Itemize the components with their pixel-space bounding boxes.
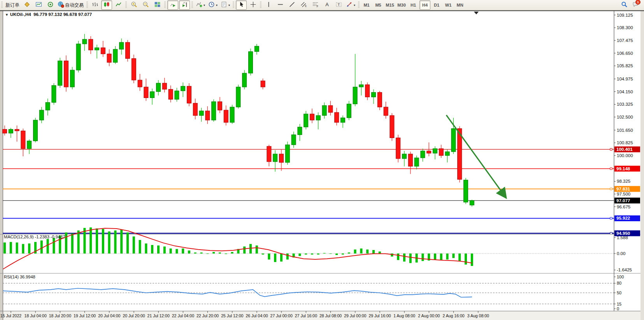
time-label: 15 Jul 2022 xyxy=(0,313,21,318)
arrows-button[interactable]: ▾ xyxy=(345,0,356,10)
tf-w1-button[interactable]: W1 xyxy=(443,0,454,10)
autotrading-button[interactable]: 自动交易 xyxy=(56,0,85,10)
tf-m15-button[interactable]: M15 xyxy=(384,0,395,10)
equidistant-channel-button[interactable]: E xyxy=(298,0,309,10)
dropdown-caret-icon[interactable]: ▾ xyxy=(354,3,355,7)
metaeditor-button[interactable] xyxy=(21,0,32,10)
tf-m1-button[interactable]: M1 xyxy=(361,0,372,10)
time-label: 26 Jul 04:00 xyxy=(246,313,268,318)
candle-body xyxy=(175,91,179,100)
indicators-icon xyxy=(196,1,202,9)
candle-body xyxy=(291,135,296,145)
toolbar-group-grip[interactable] xyxy=(233,2,234,9)
line-handle[interactable] xyxy=(610,217,612,219)
candle-body xyxy=(464,180,468,202)
market-watch-icon xyxy=(35,1,42,9)
bar-chart-button[interactable] xyxy=(89,0,100,10)
collapse-arrow-icon[interactable]: ▼ xyxy=(5,13,9,17)
macd-bar xyxy=(409,254,412,263)
toolbar-group-grip[interactable] xyxy=(191,2,193,9)
tf-m5-button[interactable]: M5 xyxy=(373,0,384,10)
line-handle[interactable] xyxy=(610,188,612,190)
macd-bar xyxy=(335,254,338,255)
macd-bar xyxy=(342,254,344,255)
macd-bar xyxy=(446,254,449,259)
macd-bar xyxy=(206,254,209,254)
tf-h1-button[interactable]: H1 xyxy=(408,0,419,10)
candlestick-chart-button[interactable] xyxy=(101,0,112,10)
candle-body xyxy=(421,151,425,158)
toolbar-group-grip[interactable] xyxy=(358,2,360,9)
macd-bar xyxy=(139,240,141,254)
macd-bar xyxy=(348,252,350,254)
indicators-button[interactable]: ▾ xyxy=(195,0,206,10)
candle-body xyxy=(218,101,222,110)
macd-bar xyxy=(10,242,12,254)
zoom-out-icon xyxy=(142,1,149,9)
dropdown-caret-icon[interactable]: ▾ xyxy=(228,3,230,7)
line-handle[interactable] xyxy=(610,149,612,150)
tile-windows-button[interactable] xyxy=(152,0,163,10)
tf-h4-button[interactable]: H4 xyxy=(419,0,430,10)
crosshair-button[interactable] xyxy=(247,0,258,10)
line-chart-button[interactable] xyxy=(113,0,124,10)
macd-bar xyxy=(102,229,104,254)
text-button[interactable]: A xyxy=(321,0,332,10)
macd-bar xyxy=(421,254,424,261)
candle-body xyxy=(52,86,56,103)
candle-body xyxy=(205,111,210,120)
tf-d1-button[interactable]: D1 xyxy=(431,0,442,10)
macd-bar xyxy=(126,233,129,254)
horizontal-line-button[interactable] xyxy=(275,0,286,10)
line-handle[interactable] xyxy=(610,168,612,170)
candle-body xyxy=(273,154,277,162)
vertical-line-button[interactable] xyxy=(263,0,274,10)
dropdown-caret-icon[interactable]: ▾ xyxy=(204,3,205,7)
navigator-icon xyxy=(47,1,54,9)
chart-background[interactable] xyxy=(3,11,640,311)
zoom-out-button[interactable] xyxy=(140,0,151,10)
cursor-button[interactable] xyxy=(236,0,247,10)
templates-icon xyxy=(221,1,227,9)
fibonacci-button[interactable]: F xyxy=(310,0,321,10)
macd-bar xyxy=(120,229,123,254)
svg-text:100: 100 xyxy=(617,275,624,279)
candle-body xyxy=(377,93,382,107)
templates-button[interactable]: ▾ xyxy=(219,0,231,10)
toolbar-group-grip[interactable] xyxy=(125,2,127,9)
line-chart-icon xyxy=(115,1,122,9)
notifications-button[interactable]: 1 xyxy=(630,0,641,10)
candle-body xyxy=(212,101,216,120)
candle-body xyxy=(132,59,136,80)
periods-button[interactable]: ▾ xyxy=(207,0,219,10)
chart-shift-button[interactable] xyxy=(179,0,190,10)
search-icon xyxy=(621,1,628,9)
market-watch-button[interactable] xyxy=(33,0,44,10)
zoom-in-button[interactable] xyxy=(128,0,139,10)
toolbar-group-grip[interactable] xyxy=(1,2,3,9)
candle-body xyxy=(427,151,431,153)
toolbar-group-grip[interactable] xyxy=(86,2,88,9)
trendline-button[interactable] xyxy=(286,0,297,10)
label-button[interactable]: T xyxy=(333,0,344,10)
search-button[interactable] xyxy=(619,0,630,10)
toolbar-group-grip[interactable] xyxy=(164,2,166,9)
macd-bar xyxy=(329,254,332,254)
line-handle[interactable] xyxy=(610,232,612,234)
auto-scroll-button[interactable] xyxy=(167,0,178,10)
svg-text:104.975: 104.975 xyxy=(617,77,633,81)
new-order-button[interactable]: 新订单 xyxy=(4,0,21,10)
macd-bar xyxy=(286,254,289,259)
dropdown-caret-icon[interactable]: ▾ xyxy=(216,3,218,7)
macd-bar xyxy=(108,231,111,254)
navigator-button[interactable] xyxy=(45,0,56,10)
candle-body xyxy=(347,104,351,118)
macd-bar xyxy=(354,250,356,254)
candle-body xyxy=(9,129,13,133)
toolbar-group-grip[interactable] xyxy=(260,2,261,9)
chart-canvas[interactable]: 109.125108.300107.475106.650105.825104.9… xyxy=(0,0,644,320)
tf-m30-button[interactable]: M30 xyxy=(396,0,407,10)
time-label: 22 Jul 04:00 xyxy=(172,313,194,318)
macd-bar xyxy=(145,243,147,254)
tf-mn-button[interactable]: MN xyxy=(454,0,465,10)
